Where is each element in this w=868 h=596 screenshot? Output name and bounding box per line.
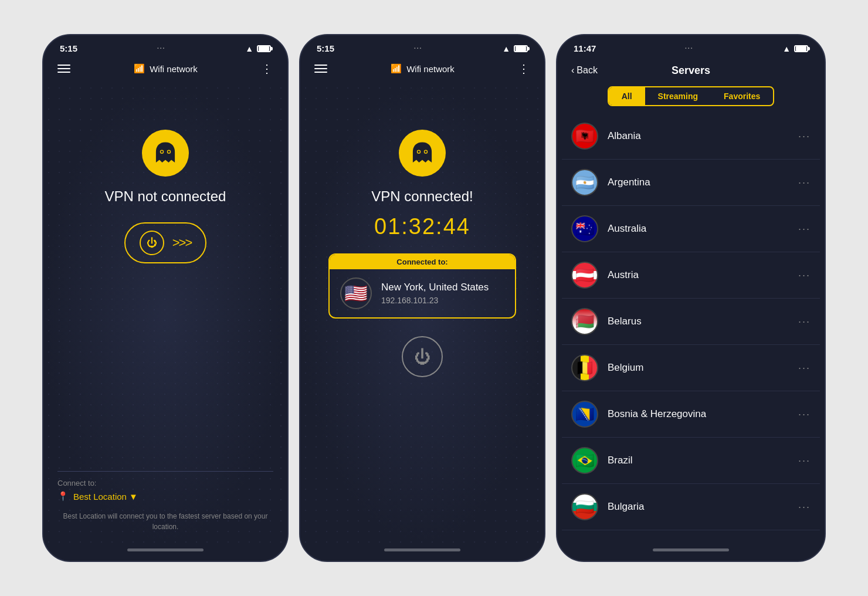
country-flag: 🇦🇺 <box>571 215 598 242</box>
tab-favorites[interactable]: Favorites <box>711 87 773 105</box>
wifi-nav-icon-2: 📶 <box>391 63 402 74</box>
status-bar-1: 5:15 ··· ▲ <box>43 35 287 57</box>
more-options-icon[interactable]: ··· <box>798 177 811 189</box>
back-button[interactable]: ‹ Back <box>571 65 598 76</box>
connection-info: New York, United States 192.168.101.23 <box>381 282 489 305</box>
country-item[interactable]: 🇧🇦 Bosnia & Herzegovina ··· <box>562 391 820 438</box>
hamburger-menu-1[interactable] <box>57 65 70 73</box>
connected-to-label: Connected to: <box>330 255 515 269</box>
country-name: Argentina <box>608 177 789 188</box>
country-item[interactable]: 🇦🇱 Albania ··· <box>562 113 820 160</box>
country-name: Brazil <box>608 455 789 466</box>
phone-not-connected: 5:15 ··· ▲ 📶 Wifi network ⋮ <box>42 34 289 562</box>
country-name: Bosnia & Herzegovina <box>608 408 789 420</box>
phone-content-1: VPN not connected ⏻ >>> Connect to: 📍 Be… <box>43 83 287 544</box>
connect-to-section-1: Connect to: 📍 Best Location ▼ Best Locat… <box>43 471 287 532</box>
connect-to-label-1: Connect to: <box>57 479 273 487</box>
phone-content-2: VPN connected! 01:32:44 Connected to: 🇺🇸… <box>300 83 544 544</box>
country-item[interactable]: 🇧🇷 Brazil ··· <box>562 438 820 484</box>
more-options-icon[interactable]: ··· <box>798 316 811 328</box>
vpn-status-label-2: VPN connected! <box>371 188 473 205</box>
nav-title-2: 📶 Wifi network <box>391 63 455 74</box>
battery-icon-1 <box>257 45 271 52</box>
country-item[interactable]: 🇧🇾 Belarus ··· <box>562 299 820 345</box>
more-options-icon[interactable]: ··· <box>798 501 811 513</box>
country-flag: 🇦🇱 <box>571 123 598 150</box>
status-icons-1: ▲ <box>245 44 271 53</box>
more-options-icon[interactable]: ··· <box>798 408 811 421</box>
status-icons-2: ▲ <box>502 44 528 53</box>
more-options-icon[interactable]: ··· <box>798 130 811 143</box>
ghost-svg-1 <box>152 140 179 167</box>
nav-title-1: 📶 Wifi network <box>134 63 198 74</box>
filter-tabs: All Streaming Favorites <box>608 86 775 106</box>
tab-all[interactable]: All <box>609 87 645 105</box>
connected-details: 🇺🇸 New York, United States 192.168.101.2… <box>330 269 515 317</box>
dots-1: ··· <box>157 45 165 52</box>
country-name: Bulgaria <box>608 501 789 513</box>
country-item[interactable]: 🇦🇹 Austria ··· <box>562 252 820 299</box>
country-flag: 🇧🇷 <box>571 447 598 474</box>
country-flag: 🇦🇷 <box>571 169 598 196</box>
timer-display: 01:32:44 <box>374 214 470 239</box>
bottom-indicator-1 <box>127 548 204 551</box>
svg-point-2 <box>161 151 163 153</box>
phone-connected: 5:15 ··· ▲ 📶 Wifi network ⋮ <box>299 34 545 562</box>
svg-point-7 <box>425 151 427 153</box>
disconnect-button[interactable]: ⏻ <box>402 336 443 377</box>
battery-icon-3 <box>794 45 808 52</box>
more-options-icon[interactable]: ··· <box>798 455 811 467</box>
status-bar-3: 11:47 ··· ▲ <box>557 35 825 57</box>
country-name: Albania <box>608 130 789 142</box>
wifi-icon-3: ▲ <box>782 44 791 53</box>
country-flag: 🇦🇹 <box>571 262 598 289</box>
country-flag: 🇧🇾 <box>571 308 598 335</box>
connected-box: Connected to: 🇺🇸 New York, United States… <box>328 253 516 319</box>
country-item[interactable]: 🇧🇪 Belgium ··· <box>562 345 820 391</box>
time-1: 5:15 <box>60 43 77 53</box>
battery-icon-2 <box>514 45 528 52</box>
us-flag-circle: 🇺🇸 <box>340 277 372 309</box>
wifi-icon-1: ▲ <box>245 44 253 53</box>
location-pin-icon-1: 📍 <box>57 491 69 502</box>
time-2: 5:15 <box>317 43 334 53</box>
location-row-1[interactable]: 📍 Best Location ▼ <box>57 491 273 502</box>
ghost-svg-2 <box>409 140 436 167</box>
country-name: Australia <box>608 223 789 235</box>
country-flag: 🇧🇬 <box>571 493 598 520</box>
connected-ip: 192.168.101.23 <box>381 296 489 305</box>
servers-title: Servers <box>672 65 710 77</box>
more-menu-2[interactable]: ⋮ <box>518 62 530 76</box>
country-flag: 🇧🇪 <box>571 354 598 381</box>
arrows-icon-1: >>> <box>172 235 192 250</box>
more-options-icon[interactable]: ··· <box>798 269 811 282</box>
dots-3: ··· <box>685 45 693 52</box>
country-flag: 🇧🇦 <box>571 401 598 428</box>
more-options-icon[interactable]: ··· <box>798 362 811 374</box>
country-name: Belgium <box>608 362 789 374</box>
more-options-icon[interactable]: ··· <box>798 223 811 235</box>
ghost-logo-2 <box>399 130 446 177</box>
svg-point-6 <box>418 151 420 153</box>
status-icons-3: ▲ <box>782 44 808 53</box>
location-hint-1: Best Location will connect you to the fa… <box>57 511 273 532</box>
top-nav-2: 📶 Wifi network ⋮ <box>300 57 544 83</box>
divider-1 <box>57 471 273 472</box>
servers-nav: ‹ Back Servers <box>557 57 825 82</box>
svg-point-3 <box>168 151 170 153</box>
power-icon-1: ⏻ <box>140 231 164 255</box>
dots-2: ··· <box>414 45 422 52</box>
country-item[interactable]: 🇧🇬 Bulgaria ··· <box>562 484 820 530</box>
vpn-status-label-1: VPN not connected <box>105 188 226 205</box>
tab-streaming[interactable]: Streaming <box>645 87 711 105</box>
more-menu-1[interactable]: ⋮ <box>261 62 273 76</box>
chevron-left-icon: ‹ <box>571 65 574 76</box>
connect-button-1[interactable]: ⏻ >>> <box>124 222 207 263</box>
country-item[interactable]: 🇦🇺 Australia ··· <box>562 206 820 252</box>
country-item[interactable]: 🇦🇷 Argentina ··· <box>562 160 820 206</box>
hamburger-menu-2[interactable] <box>314 65 327 73</box>
country-name: Belarus <box>608 316 789 327</box>
bottom-indicator-2 <box>384 548 460 551</box>
status-bar-2: 5:15 ··· ▲ <box>300 35 544 57</box>
top-nav-1: 📶 Wifi network ⋮ <box>43 57 287 83</box>
